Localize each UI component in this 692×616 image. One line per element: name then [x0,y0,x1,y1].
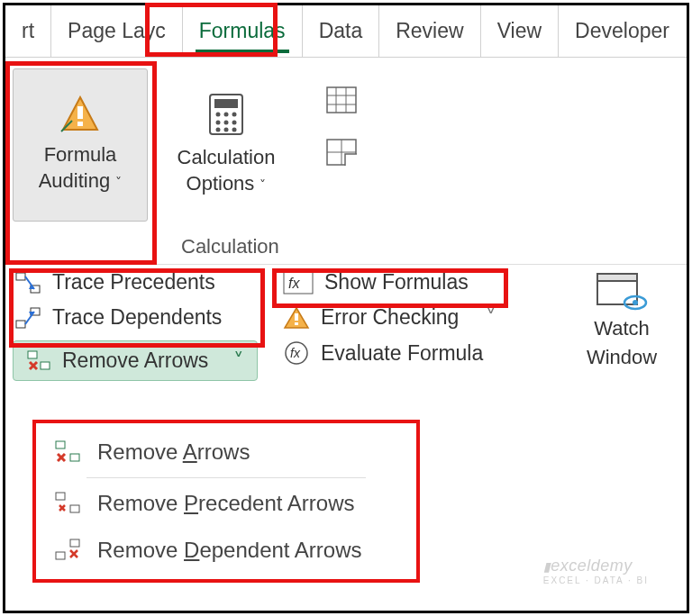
svg-rect-5 [214,99,238,108]
tab-developer[interactable]: Developer [558,5,686,57]
tab-page-layout[interactable]: Page Layc [50,5,182,57]
svg-rect-32 [28,351,37,358]
svg-point-14 [232,128,237,132]
remove-dependent-icon [54,538,81,563]
evaluate-formula-button[interactable]: fx Evaluate Formula [274,335,535,371]
tab-formulas[interactable]: Formulas [182,5,302,57]
error-checking-icon [283,306,310,330]
svg-point-7 [224,113,229,117]
error-checking-chevron-icon[interactable]: ˅ [486,305,496,330]
svg-point-10 [224,121,229,125]
menu-remove-arrows-label: Remove Arrows [97,439,250,465]
svg-rect-23 [345,154,357,166]
evaluate-formula-label: Evaluate Formula [321,341,483,366]
svg-rect-1 [77,106,83,119]
trace-dependents-icon [14,306,41,330]
svg-point-6 [216,113,221,117]
watch-window-label-2: Window [587,346,657,369]
svg-line-30 [25,312,34,324]
trace-dependents-label: Trace Dependents [52,305,222,330]
remove-arrows-label: Remove Arrows [62,349,208,373]
svg-rect-33 [41,362,50,369]
calc-now-icon[interactable] [326,86,357,113]
tab-review[interactable]: Review [378,5,479,57]
trace-precedents-button[interactable]: Trace Precedents [5,265,267,300]
tab-data[interactable]: Data [302,5,379,57]
svg-rect-47 [56,441,65,448]
svg-point-12 [216,128,221,132]
ribbon-panel: Formula Auditing ˅ Calculation Options ˅ [5,58,687,265]
svg-rect-2 [77,122,83,126]
svg-rect-52 [70,505,79,512]
remove-arrows-menu-icon [54,439,81,465]
show-formulas-icon: fx [283,271,314,294]
svg-point-11 [232,121,237,125]
watermark: ▮exceldemy EXCEL · DATA · BI [543,557,649,585]
svg-rect-56 [70,539,79,547]
watch-window-button[interactable]: Watch Window [559,265,685,369]
svg-rect-55 [56,552,65,559]
remove-precedent-icon [54,491,81,516]
menu-remove-arrows[interactable]: Remove Arrows [36,429,416,476]
trace-dependents-button[interactable]: Trace Dependents [5,300,267,335]
formula-auditing-icon [59,95,101,133]
calc-extra-icons [326,86,357,166]
svg-rect-51 [56,493,65,500]
remove-arrows-split-button[interactable]: Remove Arrows ˅ [13,340,258,381]
tab-view[interactable]: View [480,5,558,57]
formula-auditing-label-2: Auditing ˅ [39,168,123,195]
svg-point-9 [216,121,221,125]
svg-point-13 [224,128,229,132]
trace-precedents-label: Trace Precedents [52,270,215,294]
watch-window-icon [596,272,648,312]
calculation-options-label-1: Calculation [178,145,276,171]
calc-sheet-icon[interactable] [326,139,357,166]
trace-precedents-icon [14,271,41,294]
formula-auditing-label-1: Formula [44,142,117,168]
menu-remove-precedent-arrows[interactable]: Remove Precedent Arrows [36,480,416,527]
svg-rect-15 [327,87,356,113]
calculation-options-button[interactable]: Calculation Options ˅ [159,68,294,222]
svg-rect-44 [597,274,637,281]
ribbon-tabs: rt Page Layc Formulas Data Review View D… [5,5,687,58]
watch-window-label-1: Watch [594,317,650,340]
calculation-options-label-2: Options ˅ [187,171,267,197]
remove-arrows-icon [26,349,51,373]
tab-insert-partial[interactable]: rt [5,5,50,57]
error-checking-label: Error Checking [321,305,459,330]
svg-rect-24 [16,273,25,280]
svg-rect-48 [70,454,79,461]
calculation-group-label: Calculation [181,235,279,258]
error-checking-button[interactable]: Error Checking ˅ [274,300,535,335]
svg-text:fx: fx [290,346,301,360]
svg-point-8 [232,113,237,117]
calculator-icon [208,93,244,136]
svg-point-46 [633,300,638,305]
menu-remove-precedent-label: Remove Precedent Arrows [97,491,354,516]
show-formulas-label: Show Formulas [324,270,469,294]
svg-rect-28 [16,321,25,328]
menu-separator [86,477,366,478]
remove-arrows-chevron-icon: ˅ [233,349,244,373]
evaluate-formula-icon: fx [283,340,310,366]
menu-remove-dependent-arrows[interactable]: Remove Dependent Arrows [36,527,416,574]
svg-text:fx: fx [288,276,300,291]
menu-remove-dependent-label: Remove Dependent Arrows [97,538,362,563]
svg-line-26 [25,276,34,289]
svg-rect-40 [295,322,298,325]
formula-auditing-button[interactable]: Formula Auditing ˅ [13,68,148,222]
remove-arrows-menu: Remove Arrows Remove Precedent Arrows Re… [32,420,420,583]
svg-rect-39 [295,313,298,321]
show-formulas-button[interactable]: fx Show Formulas [274,265,535,300]
auditing-commands: Trace Precedents Trace Dependents Remove… [5,265,687,418]
